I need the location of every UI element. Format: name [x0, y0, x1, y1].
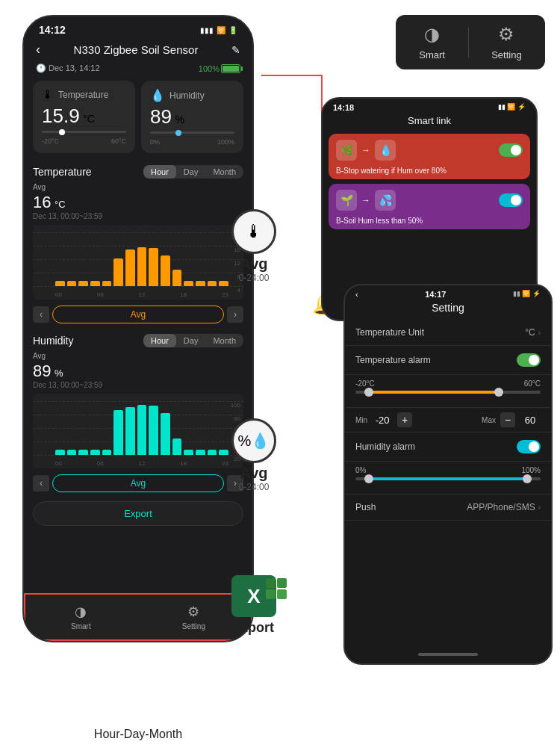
temp-prev-button[interactable]: ‹: [33, 306, 49, 323]
temp-slider-max-label: 60°C: [524, 379, 541, 388]
status-icons: ▮▮▮ 🛜 🔋: [200, 26, 237, 34]
setting-push-row[interactable]: Push APP/Phone/SMS ›: [345, 495, 551, 521]
temp-next-button[interactable]: ›: [227, 306, 243, 323]
smart-toggle-1[interactable]: [499, 143, 523, 157]
hum-slider-block: 0% 100%: [345, 462, 551, 495]
temp-unit-label: Temperature Unit: [355, 327, 424, 338]
hum-label: Humidity: [169, 90, 205, 101]
temp-max-label: Max: [482, 416, 496, 424]
hum-avg-annotation-label: Avg: [240, 465, 267, 482]
nav-setting[interactable]: ⚙ Setting: [182, 604, 205, 630]
smart-icon-water: 💧: [375, 140, 396, 161]
temp-slider-min-label: -20°C: [355, 379, 375, 388]
humidity-card[interactable]: 💧 Humidity 89 % 0% 100%: [141, 81, 243, 153]
hum-icon: 💧: [150, 88, 165, 102]
smart-nav-icon: ◑: [75, 604, 87, 620]
hum-nav-row: ‹ Avg ›: [33, 471, 243, 494]
hum-slider-thumb-left[interactable]: [364, 474, 373, 483]
hum-annotation: %💧 Avg 0-24:00: [231, 418, 276, 492]
temp-unit: °C: [83, 113, 95, 125]
hum-tab-hour[interactable]: Hour: [143, 334, 176, 347]
home-bar: [418, 653, 478, 656]
hum-prev-button[interactable]: ‹: [33, 475, 49, 492]
setting-hum-alarm-row[interactable]: Humidity alarm: [345, 433, 551, 462]
temp-avg-label: Avg: [33, 183, 243, 191]
temp-value: 15.9: [42, 105, 80, 127]
callout-smart-icon: ◑: [424, 24, 440, 45]
push-chevron: ›: [538, 503, 541, 512]
temp-icon: 🌡: [42, 88, 54, 102]
temp-max-value: 60: [520, 415, 541, 426]
temp-nav-row: ‹ Avg ›: [33, 303, 243, 325]
temp-min-plus[interactable]: +: [397, 412, 412, 427]
smart-card-2[interactable]: 🌱 → 💦 B-Soil Hum less than 50%: [329, 184, 530, 229]
hum-annotation-circle: %💧: [231, 418, 276, 463]
temp-avg-unit: °C: [55, 199, 66, 210]
setting-temp-alarm-row[interactable]: Temperature alarm: [345, 346, 551, 375]
callout-divider: [468, 28, 469, 58]
smart-icon-leaf: 🌿: [336, 140, 357, 161]
temp-x-axis: 00 06 12 18 23: [55, 291, 228, 298]
hum-nav-pill[interactable]: Avg: [52, 474, 224, 492]
hum-slider-fill: [364, 477, 531, 480]
push-value: APP/Phone/SMS ›: [467, 502, 541, 512]
red-line-1: [261, 75, 321, 76]
temp-annotation-circle: 🌡: [231, 209, 276, 254]
hum-alarm-label: Humidity alarm: [355, 441, 415, 452]
hum-avg-label: Avg: [33, 352, 243, 360]
hum-tab-day[interactable]: Day: [176, 334, 206, 347]
temp-slider-track[interactable]: [355, 391, 541, 394]
temp-alarm-toggle[interactable]: [517, 353, 541, 367]
battery-display: 100%: [199, 64, 240, 73]
back-button[interactable]: ‹: [36, 42, 40, 58]
temp-chart: 20 16 12 8 4: [33, 225, 243, 300]
hum-avg-range: 0-24:00: [239, 482, 270, 492]
callout-setting[interactable]: ⚙ Setting: [491, 24, 521, 61]
hum-avg-value: 89: [33, 362, 51, 380]
temp-avg-date: Dec 13, 00:00~23:59: [33, 212, 243, 220]
callout-box: ◑ Smart ⚙ Setting: [396, 15, 545, 69]
phone-header: ‹ N330 Zigbee Soil Sensor ✎: [24, 39, 252, 62]
temp-tab-group: Hour Day Month: [143, 165, 243, 179]
smart-status-bar: 14:18 ▮▮ 🛜 ⚡: [323, 99, 536, 114]
hum-slider-track[interactable]: [355, 477, 541, 480]
temperature-card[interactable]: 🌡 Temperature 15.9 °C -20°C 60°C: [33, 81, 135, 153]
temp-section-title: Temperature: [33, 166, 92, 178]
hum-alarm-toggle[interactable]: [517, 440, 541, 453]
hum-tab-group: Hour Day Month: [143, 334, 243, 347]
temp-slider-thumb-left[interactable]: [364, 388, 373, 397]
temp-slider-thumb-right[interactable]: [494, 388, 503, 397]
push-label: Push: [355, 502, 376, 512]
temp-slider-fill: [364, 391, 503, 394]
temp-max-minus[interactable]: −: [500, 412, 515, 427]
smart-link-title: Smart link: [323, 114, 536, 131]
callout-smart-label: Smart: [419, 49, 445, 61]
smart-card-1[interactable]: 🌿 → 💧 B-Stop watering if Hum over 80%: [329, 134, 530, 179]
hum-section-title: Humidity: [33, 335, 73, 347]
hum-avg-date: Dec 13, 00:00~23:59: [33, 381, 243, 389]
setting-temp-unit-row[interactable]: Temperature Unit °C ›: [345, 320, 551, 346]
temp-tab-month[interactable]: Month: [205, 165, 243, 179]
phone-screen: 14:12 ▮▮▮ 🛜 🔋 ‹ N330 Zigbee Soil Sensor …: [24, 16, 252, 641]
setting-back[interactable]: ‹: [355, 290, 358, 299]
humidity-section: Humidity Hour Day Month Avg 89 % Dec 13,…: [24, 328, 252, 497]
nav-smart[interactable]: ◑ Smart: [71, 604, 91, 630]
export-button[interactable]: Export: [33, 501, 243, 526]
bottom-navigation: ◑ Smart ⚙ Setting: [24, 593, 252, 641]
smart-toggle-2[interactable]: [499, 193, 523, 207]
temp-nav-pill[interactable]: Avg: [52, 306, 224, 323]
hum-tab-month[interactable]: Month: [205, 334, 243, 347]
smart-arrow-2: →: [361, 195, 370, 205]
smart-card-2-text: B-Soil Hum less than 50%: [329, 217, 530, 229]
temp-stepper-row: Min -20 + Max − 60: [345, 408, 551, 433]
device-title: N330 Zigbee Soil Sensor: [74, 43, 199, 56]
battery-icon: 🔋: [228, 26, 237, 34]
setting-nav-icon: ⚙: [187, 604, 199, 620]
temp-tab-day[interactable]: Day: [176, 165, 206, 179]
temp-avg-annotation-label: Avg: [240, 255, 267, 273]
hum-slider-thumb-right[interactable]: [523, 474, 532, 483]
temp-tab-hour[interactable]: Hour: [143, 165, 176, 179]
smart-status-icons: ▮▮ 🛜 ⚡: [498, 103, 526, 112]
edit-button[interactable]: ✎: [231, 44, 240, 56]
callout-smart[interactable]: ◑ Smart: [419, 24, 445, 61]
